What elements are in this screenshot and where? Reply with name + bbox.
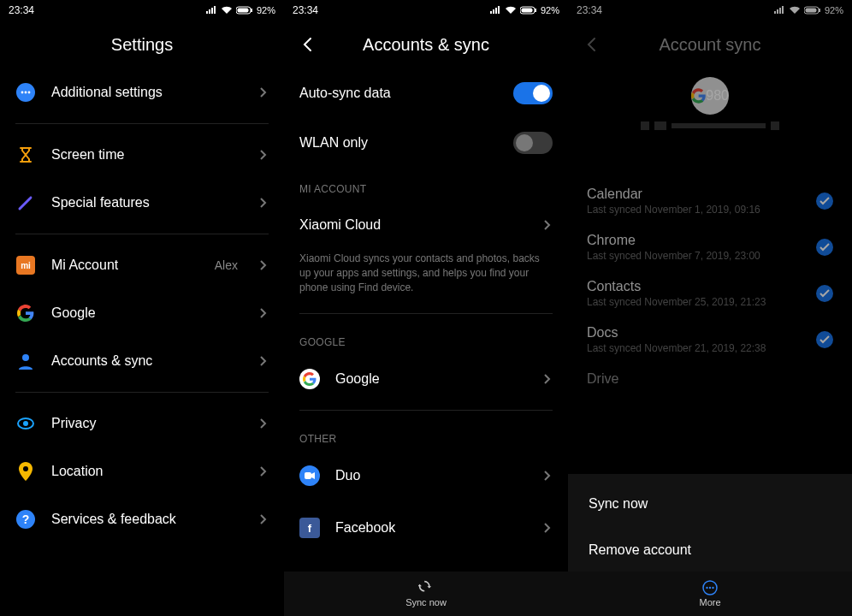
row-auto-sync[interactable]: Auto-sync data bbox=[284, 68, 568, 118]
signal-icon bbox=[489, 6, 501, 15]
bottom-action-more[interactable]: More bbox=[568, 572, 852, 616]
sync-item-docs[interactable]: DocsLast synced November 21, 2019, 22:38 bbox=[568, 317, 852, 363]
row-duo[interactable]: Duo bbox=[284, 452, 568, 500]
svg-point-5 bbox=[25, 92, 27, 94]
check-icon bbox=[816, 239, 833, 256]
bottom-label: More bbox=[699, 597, 720, 607]
row-label: Google bbox=[51, 305, 243, 321]
row-xiaomi-cloud[interactable]: Xiaomi Cloud bbox=[284, 202, 568, 248]
row-privacy[interactable]: Privacy bbox=[0, 400, 284, 447]
status-time: 23:34 bbox=[293, 4, 318, 16]
section-other: OTHER bbox=[284, 418, 568, 452]
svg-point-25 bbox=[709, 587, 711, 589]
person-icon bbox=[15, 351, 36, 371]
row-location[interactable]: Location bbox=[0, 447, 284, 495]
chevron-right-icon bbox=[542, 523, 553, 533]
location-pin-icon bbox=[15, 461, 36, 482]
row-label: Mi Account bbox=[51, 258, 199, 273]
mi-logo-icon: mi bbox=[15, 255, 36, 275]
context-menu: Sync now Remove account bbox=[568, 474, 852, 580]
bottom-action-sync-now[interactable]: Sync now bbox=[284, 572, 568, 616]
battery-icon bbox=[520, 6, 537, 15]
sync-item-drive[interactable]: Drive bbox=[568, 363, 852, 395]
row-label: Duo bbox=[335, 468, 527, 483]
page-title: Account sync bbox=[660, 35, 761, 55]
sync-item-calendar[interactable]: CalendarLast synced November 1, 2019, 09… bbox=[568, 178, 852, 224]
row-label: Privacy bbox=[51, 416, 243, 431]
divider bbox=[299, 410, 553, 411]
chevron-right-icon bbox=[542, 471, 553, 481]
check-icon bbox=[816, 331, 833, 348]
chevron-right-icon bbox=[258, 514, 269, 524]
svg-point-4 bbox=[21, 92, 24, 94]
more-circle-icon bbox=[15, 82, 36, 103]
svg-rect-2 bbox=[251, 9, 252, 12]
chevron-right-icon bbox=[542, 374, 553, 384]
wifi-icon bbox=[505, 6, 517, 15]
chevron-right-icon bbox=[542, 220, 553, 230]
svg-rect-18 bbox=[535, 9, 536, 12]
row-label: Special features bbox=[51, 195, 243, 210]
google-g-icon bbox=[15, 303, 36, 323]
row-label: Screen time bbox=[51, 147, 243, 163]
svg-rect-1 bbox=[237, 9, 248, 13]
sync-icon bbox=[418, 580, 434, 595]
row-services-feedback[interactable]: ? Services & feedback bbox=[0, 495, 284, 543]
sync-item-contacts[interactable]: ContactsLast synced November 25, 2019, 2… bbox=[568, 270, 852, 317]
row-additional-settings[interactable]: Additional settings bbox=[0, 68, 284, 116]
row-google[interactable]: Google bbox=[0, 289, 284, 337]
row-label: Location bbox=[51, 464, 243, 479]
wand-icon bbox=[15, 192, 36, 213]
eye-icon bbox=[15, 413, 36, 434]
menu-sync-now[interactable]: Sync now bbox=[568, 481, 852, 527]
sync-item-chrome[interactable]: ChromeLast synced November 7, 2019, 23:0… bbox=[568, 224, 852, 270]
google-avatar: 980 bbox=[691, 77, 729, 115]
settings-list[interactable]: Additional settings Screen time Special … bbox=[0, 68, 284, 616]
sync-title: Docs bbox=[587, 325, 806, 341]
sync-title: Calendar bbox=[587, 187, 806, 202]
menu-label: Remove account bbox=[589, 542, 831, 558]
row-accounts-sync[interactable]: Accounts & sync bbox=[0, 337, 284, 385]
page-title: Accounts & sync bbox=[363, 35, 489, 55]
status-time: 23:34 bbox=[577, 4, 602, 16]
sync-title: Chrome bbox=[587, 233, 806, 248]
accounts-list[interactable]: Auto-sync data WLAN only MI ACCOUNT Xiao… bbox=[284, 68, 568, 616]
back-button[interactable] bbox=[298, 34, 318, 55]
row-wlan-only[interactable]: WLAN only bbox=[284, 118, 568, 168]
menu-label: Sync now bbox=[589, 496, 831, 512]
menu-remove-account[interactable]: Remove account bbox=[568, 527, 852, 573]
back-button[interactable] bbox=[582, 34, 602, 55]
row-facebook[interactable]: f Facebook bbox=[284, 500, 568, 546]
battery-percent: 92% bbox=[257, 5, 275, 15]
battery-percent: 92% bbox=[541, 5, 559, 15]
row-mi-account[interactable]: mi Mi Account Alex bbox=[0, 241, 284, 289]
sync-title: Contacts bbox=[587, 279, 806, 294]
settings-panel: 23:34 92% Settings Additional settings S… bbox=[0, 0, 284, 616]
status-bar: 23:34 92% bbox=[284, 0, 568, 21]
row-google-account[interactable]: Google bbox=[284, 355, 568, 403]
row-screen-time[interactable]: Screen time bbox=[0, 131, 284, 179]
chevron-right-icon bbox=[258, 308, 269, 318]
svg-point-10 bbox=[22, 354, 29, 361]
row-special-features[interactable]: Special features bbox=[0, 179, 284, 227]
svg-rect-21 bbox=[805, 9, 816, 13]
svg-point-7 bbox=[30, 197, 33, 199]
wifi-icon bbox=[789, 6, 801, 15]
svg-rect-17 bbox=[521, 9, 532, 13]
section-google: GOOGLE bbox=[284, 321, 568, 355]
row-label: Auto-sync data bbox=[299, 86, 498, 101]
status-time: 23:34 bbox=[9, 4, 34, 16]
check-icon bbox=[816, 285, 833, 302]
wifi-icon bbox=[221, 6, 233, 15]
toggle-wlan-only[interactable] bbox=[513, 132, 553, 154]
svg-point-12 bbox=[23, 421, 28, 426]
row-label: Services & feedback bbox=[51, 512, 243, 527]
question-circle-icon: ? bbox=[15, 509, 36, 530]
chevron-right-icon bbox=[258, 466, 269, 477]
check-icon bbox=[816, 192, 833, 210]
row-label: Google bbox=[335, 371, 527, 387]
toggle-auto-sync[interactable] bbox=[513, 82, 553, 104]
chevron-right-icon bbox=[258, 87, 269, 98]
row-label: Xiaomi Cloud bbox=[299, 217, 527, 233]
duo-icon bbox=[299, 465, 320, 486]
